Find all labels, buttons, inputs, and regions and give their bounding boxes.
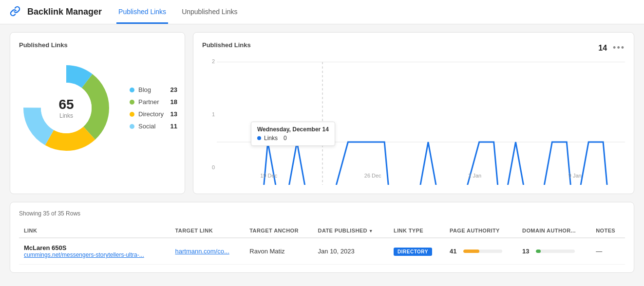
page-authority-bar: 41 [450,248,512,255]
page-authority-value: 41 [450,248,459,255]
cell-target-link[interactable]: hartmann.com/co... [170,238,245,265]
page-authority-track [463,250,502,253]
legend-label-blog: Blog [138,86,164,93]
cell-link-type: DIRECTORY [389,238,445,265]
cell-link: McLaren 650S cummings.net/messengers-sto… [19,238,170,265]
col-notes: NOTES [591,224,625,238]
col-date-published[interactable]: DATE PUBLISHED [313,224,389,238]
link-type-badge: DIRECTORY [394,248,432,256]
chart-count: 14 [598,44,607,53]
table-card: Showing 35 of 35 Rows LINK TARGET LINK T… [10,202,634,273]
cell-page-authority: 41 [445,238,517,265]
line-chart-area: 0 1 2 Wednesd [202,58,625,185]
domain-authority-value: 13 [522,248,532,255]
chart-tooltip: Wednesday, December 14 Links 0 [251,122,335,146]
x-label-3: 9 Jan [568,173,582,185]
col-link-type: LINK TYPE [389,224,445,238]
domain-authority-fill [536,250,541,253]
x-label-0: 19 Dec [260,173,277,185]
donut-card-title: Published Links [19,41,176,49]
domain-authority-bar: 13 [522,248,586,255]
tooltip-date: Wednesday, December 14 [257,126,329,133]
header: Backlink Manager Published Links Unpubli… [0,0,644,24]
page-title: Backlink Manager [27,7,102,17]
links-table: LINK TARGET LINK TARGET ANCHOR DATE PUBL… [19,224,625,265]
col-domain-authority: DOMAIN AUTHOR... [517,224,591,238]
domain-authority-track [536,250,575,253]
legend-item-social: Social 11 [130,123,177,130]
line-chart-card: Published Links 14 ••• 0 1 2 [193,32,634,194]
x-label-2: 2 Jan [468,173,481,185]
tooltip-dot [257,136,261,140]
page-authority-fill [463,250,479,253]
cell-target-anchor: Ravon Matiz [245,238,313,265]
logo-icon [10,6,20,18]
chart-header: Published Links 14 ••• [202,41,625,54]
link-cell: McLaren 650S cummings.net/messengers-sto… [24,244,165,258]
legend-label-directory: Directory [138,110,164,118]
x-axis: 19 Dec 26 Dec 2 Jan 9 Jan [217,173,625,185]
cell-domain-authority: 13 [517,238,591,265]
legend-label-partner: Partner [138,98,164,106]
legend-dot-social [130,124,134,129]
legend-label-social: Social [138,123,164,130]
col-link: LINK [19,224,170,238]
donut-center: 65 Links [58,97,74,119]
more-options-icon[interactable]: ••• [613,43,625,53]
legend-item-partner: Partner 18 [130,98,177,106]
col-target-anchor: TARGET ANCHOR [245,224,313,238]
table-row: McLaren 650S cummings.net/messengers-sto… [19,238,625,265]
donut-container: 65 Links Blog 23 Partner 18 [19,54,176,161]
table-showing-text: Showing 35 of 35 Rows [19,210,625,217]
table-body: McLaren 650S cummings.net/messengers-sto… [19,238,625,265]
legend-value-partner: 18 [168,98,177,106]
tab-unpublished-links[interactable]: Unpublished Links [180,8,239,24]
y-label-2: 2 [202,58,217,64]
donut-chart: 65 Links [18,59,115,157]
y-axis: 0 1 2 [202,58,217,170]
col-target-link: TARGET LINK [170,224,245,238]
chart-legend: Blog 23 Partner 18 Directory 13 [130,86,177,130]
tab-published-links[interactable]: Published Links [116,8,168,24]
legend-dot-directory [130,112,134,117]
legend-value-blog: 23 [168,86,177,93]
donut-card: Published Links [10,32,185,194]
cell-notes: — [591,238,625,265]
donut-total: 65 [58,97,74,112]
legend-dot-partner [130,100,134,105]
donut-unit: Links [58,112,74,119]
link-url[interactable]: cummings.net/messengers-storytellers-ult… [24,251,165,258]
y-label-1: 1 [202,111,217,117]
table-head: LINK TARGET LINK TARGET ANCHOR DATE PUBL… [19,224,625,238]
y-label-0: 0 [202,164,217,170]
x-label-1: 26 Dec [364,173,381,185]
tab-nav: Published Links Unpublished Links [116,0,251,24]
legend-value-directory: 13 [168,110,177,118]
cell-date-published: Jan 10, 2023 [313,238,389,265]
legend-value-social: 11 [168,123,177,130]
tooltip-row: Links 0 [257,135,329,142]
tooltip-value: 0 [284,135,287,142]
link-name: McLaren 650S [24,244,165,251]
legend-item-blog: Blog 23 [130,86,177,93]
panels-row: Published Links [10,32,634,194]
line-chart-title: Published Links [202,41,251,49]
legend-item-directory: Directory 13 [130,110,177,118]
col-page-authority: PAGE AUTHORITY [445,224,517,238]
legend-dot-blog [130,88,134,92]
main-content: Published Links [0,24,644,281]
tooltip-metric: Links [264,135,278,142]
